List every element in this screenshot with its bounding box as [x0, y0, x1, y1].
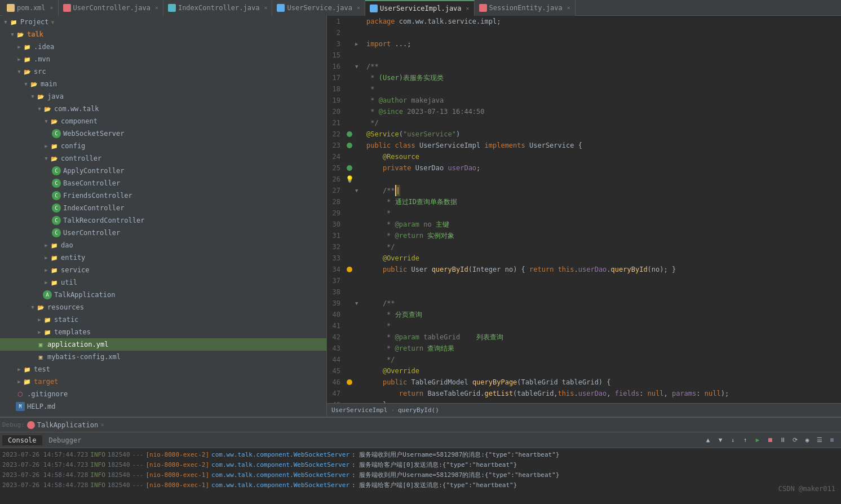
debug-btn-down[interactable]: ▼	[715, 435, 726, 446]
sidebar-item-mvn[interactable]: ▶ 📁 .mvn	[0, 53, 326, 65]
sidebar-item-java[interactable]: ▼ 📂 java	[0, 90, 326, 103]
gutter-38	[344, 286, 355, 298]
gutter-29	[344, 207, 355, 219]
gutter-34	[344, 264, 355, 275]
fold-31	[355, 230, 362, 241]
sidebar-item-target[interactable]: ▶ 📁 target	[0, 375, 326, 388]
close-indexcont-tab[interactable]: ✕	[264, 5, 267, 11]
code-line-45: @Override	[366, 365, 841, 377]
debug-btn-resume[interactable]: ▶	[752, 435, 763, 446]
tab-userservice[interactable]: UserService.java ✕	[272, 0, 365, 16]
sidebar-item-application-yml[interactable]: ▣ application.yml	[0, 338, 326, 351]
sidebar-item-static[interactable]: ▶ 📁 static	[0, 313, 326, 326]
code-line-23: public class UserServiceImpl implements …	[366, 140, 841, 151]
debug-btn-step-into[interactable]: ↓	[727, 435, 738, 446]
breadcrumb-querybyid[interactable]: queryById()	[398, 406, 439, 414]
debug-btn-menu2[interactable]: ≡	[826, 435, 838, 446]
fold-3[interactable]: ▶	[355, 38, 362, 50]
close-pom-tab[interactable]: ✕	[50, 5, 54, 11]
idea-folder-icon: 📁	[23, 42, 32, 51]
sidebar-item-basecontroller[interactable]: C BaseController	[0, 177, 326, 189]
debug-tab-console[interactable]: Console	[2, 435, 42, 445]
code-text[interactable]: package com.ww.talk.service.impl; import…	[362, 16, 841, 403]
component-arrow: ▼	[43, 118, 50, 125]
sidebar-project-root[interactable]: ▼ 📁 Project ▼	[0, 16, 326, 28]
sidebar-item-idea[interactable]: ▶ 📁 .idea	[0, 41, 326, 53]
log-1-marker: ---	[132, 451, 144, 458]
close-usercont-tab[interactable]: ✕	[155, 5, 158, 11]
code-line-24: @Resource	[366, 151, 841, 162]
tab-pom[interactable]: pom.xml ✕	[2, 0, 59, 16]
sidebar-item-usercontroller[interactable]: C UserController	[0, 227, 326, 239]
debug-tab-debugger[interactable]: Debugger	[43, 435, 87, 445]
fold-16[interactable]: ▼	[355, 61, 362, 72]
linenum-34: 34	[327, 264, 344, 275]
sidebar-item-component[interactable]: ▼ 📂 component	[0, 115, 326, 127]
sidebar-item-service[interactable]: ▶ 📁 service	[0, 264, 326, 276]
sidebar-item-templates[interactable]: ▶ 📁 templates	[0, 326, 326, 338]
line-1: 1	[327, 16, 362, 27]
sidebar-item-config[interactable]: ▶ 📁 config	[0, 140, 326, 152]
debug-app-bar: Debug: TalkApplication ✕	[0, 418, 841, 432]
sidebar-item-main[interactable]: ▼ 📂 main	[0, 78, 326, 90]
debug-btn-mute[interactable]: ⏸	[777, 435, 788, 446]
sidebar-item-mybatis-config[interactable]: ▣ mybatis-config.xml	[0, 351, 326, 363]
close-userserviceimpl-tab[interactable]: ✕	[466, 5, 470, 11]
gutter-25-icon	[347, 165, 352, 171]
code-line-48: }	[366, 399, 841, 403]
sidebar-item-friendscontroller[interactable]: C FriendsController	[0, 189, 326, 202]
talk-arrow: ▼	[9, 31, 16, 38]
fold-44	[355, 354, 362, 365]
gutter-42	[344, 331, 355, 343]
debug-btn-up[interactable]: ▲	[702, 435, 714, 446]
sidebar-item-controller[interactable]: ▼ 📂 controller	[0, 152, 326, 165]
sidebar-item-talkapplication[interactable]: A TalkApplication	[0, 289, 326, 301]
sidebar-item-dao[interactable]: ▶ 📁 dao	[0, 239, 326, 251]
code-line-42: * @param tableGrid 列表查询	[366, 331, 841, 343]
sidebar-item-websocketserver[interactable]: C WebSocketServer	[0, 127, 326, 140]
debug-close-icon[interactable]: ✕	[100, 421, 104, 428]
sidebar-item-com-ww-talk[interactable]: ▼ 📂 com.ww.talk	[0, 103, 326, 115]
sidebar-item-talkrecordcontroller[interactable]: C TalkRecordController	[0, 214, 326, 227]
debug-btn-menu1[interactable]: ☰	[814, 435, 825, 446]
sidebar-item-resources[interactable]: ▼ 📂 resources	[0, 301, 326, 313]
linenum-15: 15	[327, 50, 344, 61]
sidebar-talk-root[interactable]: ▼ 📂 talk	[0, 28, 326, 41]
sidebar-item-applycontroller[interactable]: C ApplyController	[0, 165, 326, 177]
sidebar-item-entity[interactable]: ▶ 📁 entity	[0, 251, 326, 264]
util-label: util	[61, 278, 77, 286]
talkrecordcontroller-icon: C	[52, 216, 61, 225]
debug-btn-reload[interactable]: ⟳	[789, 435, 800, 446]
sidebar-item-src[interactable]: ▼ 📂 src	[0, 65, 326, 78]
sidebar-item-indexcontroller[interactable]: C IndexController	[0, 202, 326, 214]
util-arrow: ▶	[43, 279, 50, 286]
sidebar-item-mvnw[interactable]: m mvnw	[0, 413, 326, 417]
debug-btn-dot[interactable]: ◉	[802, 435, 813, 446]
basecontroller-label: BaseController	[63, 179, 120, 187]
breadcrumb-userserviceimpl[interactable]: UserServiceImpl	[331, 406, 387, 414]
close-sessionentity-tab[interactable]: ✕	[567, 5, 570, 11]
debug-btn-stop[interactable]: ⏹	[764, 435, 776, 446]
debug-btn-step-out[interactable]: ↑	[740, 435, 751, 446]
fold-27[interactable]: ▼	[355, 185, 362, 196]
talkapplication-icon: A	[43, 290, 52, 299]
linenum-17: 17	[327, 72, 344, 83]
sidebar-item-util[interactable]: ▶ 📁 util	[0, 276, 326, 289]
linenum-39: 39	[327, 298, 344, 309]
fold-22	[355, 129, 362, 140]
gutter-19	[344, 95, 355, 106]
line-39: 39 ▼	[327, 298, 362, 309]
sidebar-item-test[interactable]: ▶ 📁 test	[0, 363, 326, 375]
tab-usercont[interactable]: UserController.java ✕	[59, 0, 163, 16]
tab-userserviceimpl[interactable]: UserServiceImpl.java ✕	[365, 0, 475, 16]
sidebar-item-gitignore[interactable]: ⬡ .gitignore	[0, 388, 326, 400]
close-userservice-tab[interactable]: ✕	[357, 5, 360, 11]
fold-21	[355, 117, 362, 129]
fold-39[interactable]: ▼	[355, 298, 362, 309]
tab-sessionentity[interactable]: SessionEntity.java ✕	[475, 0, 576, 16]
sidebar-item-helpmd[interactable]: M HELP.md	[0, 400, 326, 413]
line-2: 2	[327, 27, 362, 38]
fold-41	[355, 320, 362, 331]
tab-indexcont[interactable]: IndexController.java ✕	[163, 0, 273, 16]
code-line-21: */	[366, 117, 841, 129]
